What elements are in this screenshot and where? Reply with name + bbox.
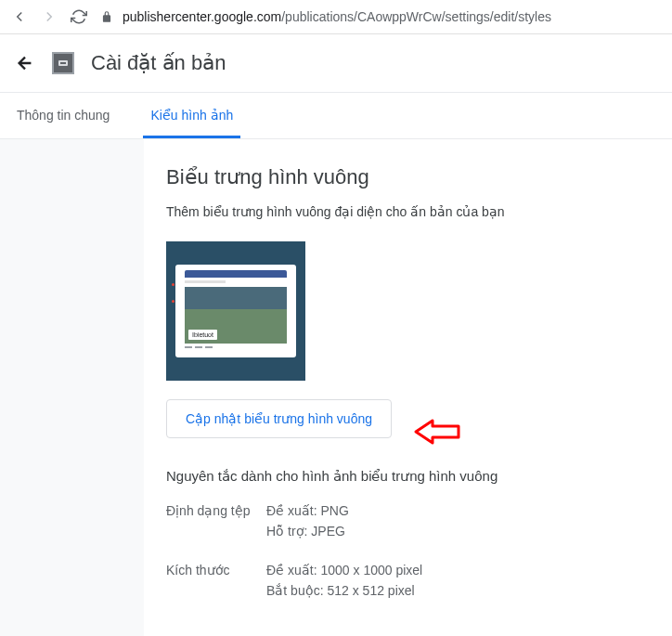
address-bar[interactable]: publishercenter.google.com/publications/… xyxy=(100,6,661,28)
spec-value: Hỗ trợ: JPEG xyxy=(266,524,650,539)
guidelines-title: Nguyên tắc dành cho hình ảnh biểu trưng … xyxy=(166,468,650,485)
preview-badge: Ibietuot xyxy=(188,330,217,340)
logo-preview: Ibietuot xyxy=(166,241,305,381)
spec-dimensions: Kích thước Đề xuất: 1000 x 1000 pixel Bắ… xyxy=(166,563,650,604)
main-content: Biểu trưng hình vuông Thêm biểu trưng hì… xyxy=(144,139,672,636)
publication-logo-icon xyxy=(52,52,74,74)
left-gutter xyxy=(0,139,144,636)
red-arrow-annotation xyxy=(414,415,462,452)
page-title: Cài đặt ấn bản xyxy=(91,51,226,75)
update-logo-button[interactable]: Cập nhật biểu trưng hình vuông xyxy=(166,399,392,438)
spec-label: Định dạng tệp xyxy=(166,503,266,544)
back-arrow-icon[interactable] xyxy=(15,53,35,73)
spec-value: Bắt buộc: 512 x 512 pixel xyxy=(266,583,650,598)
spec-file-format: Định dạng tệp Đề xuất: PNG Hỗ trợ: JPEG xyxy=(166,503,650,544)
back-nav-icon[interactable] xyxy=(11,8,28,25)
url-text: publishercenter.google.com/publications/… xyxy=(123,9,551,24)
tab-general[interactable]: Thông tin chung xyxy=(9,93,117,138)
section-description: Thêm biểu trưng hình vuông đại diện cho … xyxy=(166,204,650,219)
reload-icon[interactable] xyxy=(71,8,87,25)
lock-icon xyxy=(100,10,113,23)
section-title: Biểu trưng hình vuông xyxy=(166,165,650,189)
spec-value: Đề xuất: PNG xyxy=(266,503,650,518)
page-header: Cài đặt ấn bản xyxy=(0,34,672,93)
spec-value: Đề xuất: 1000 x 1000 pixel xyxy=(266,563,650,578)
tab-image-styles[interactable]: Kiểu hình ảnh xyxy=(143,93,240,138)
forward-nav-icon[interactable] xyxy=(41,8,58,25)
tabs-bar: Thông tin chung Kiểu hình ảnh xyxy=(0,93,672,139)
spec-label: Kích thước xyxy=(166,563,266,604)
browser-toolbar: publishercenter.google.com/publications/… xyxy=(0,0,672,34)
